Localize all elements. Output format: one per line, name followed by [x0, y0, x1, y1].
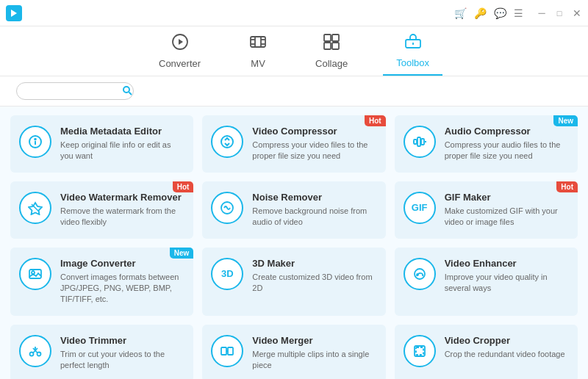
cart-icon[interactable]: 🛒 [454, 7, 467, 19]
media-metadata-editor-text: Media Metadata EditorKeep original file … [60, 126, 184, 162]
video-merger-desc: Merge multiple clips into a single piece [252, 349, 376, 372]
converter-label: Converter [159, 58, 201, 69]
video-compressor-text: Video CompressorCompress your video file… [252, 126, 376, 162]
converter-icon [171, 33, 189, 55]
noise-remover-desc: Remove background noise from audio of vi… [252, 206, 376, 228]
gif-maker-desc: Make customized GIF with your video or i… [445, 206, 569, 228]
maximize-button[interactable]: □ [554, 8, 564, 18]
tool-card-video-compressor[interactable]: HotVideo CompressorCompress your video f… [202, 115, 385, 173]
video-trimmer-desc: Trim or cut your videos to the perfect l… [60, 349, 184, 372]
media-metadata-editor-icon [19, 126, 51, 158]
video-cropper-desc: Crop the redundant video footage [445, 349, 569, 360]
close-button[interactable]: ✕ [572, 8, 582, 18]
tool-card-media-metadata-editor[interactable]: Media Metadata EditorKeep original file … [10, 115, 193, 173]
svg-point-20 [35, 139, 36, 140]
video-enhancer-text: Video EnhancerImprove your video quality… [445, 258, 569, 295]
video-enhancer-icon [404, 258, 436, 290]
gif-maker-name: GIF Maker [445, 192, 569, 203]
titlebar: 🛒 🔑 💬 ☰ ─ □ ✕ [0, 0, 588, 26]
video-trimmer-text: Video TrimmerTrim or cut your videos to … [60, 335, 184, 372]
mv-label: MV [251, 58, 265, 69]
toolbox-icon [404, 32, 422, 54]
video-merger-text: Video MergerMerge multiple clips into a … [252, 335, 376, 372]
image-converter-text: Image ConverterConvert images formats be… [60, 258, 184, 306]
3d-maker-icon: 3D [211, 258, 243, 290]
video-watermark-remover-desc: Remove the watermark from the video flex… [60, 206, 184, 228]
video-trimmer-icon [19, 335, 51, 367]
video-trimmer-name: Video Trimmer [60, 335, 184, 346]
video-enhancer-name: Video Enhancer [445, 258, 569, 269]
gif-maker-text: GIF MakerMake customized GIF with your v… [445, 192, 569, 228]
svg-point-16 [123, 87, 129, 93]
tool-card-noise-remover[interactable]: Noise RemoverRemove background noise fro… [202, 181, 385, 239]
tool-card-video-enhancer[interactable]: Video EnhancerImprove your video quality… [395, 248, 578, 316]
search-icon[interactable] [122, 85, 132, 98]
noise-remover-icon [211, 192, 243, 224]
search-input[interactable] [16, 82, 134, 100]
content-area: Media Metadata EditorKeep original file … [0, 107, 588, 379]
tool-card-gif-maker[interactable]: HotGIFGIF MakerMake customized GIF with … [395, 181, 578, 239]
search-bar [0, 76, 588, 107]
tab-toolbox[interactable]: Toolbox [383, 26, 442, 76]
svg-marker-0 [11, 10, 17, 17]
nav-tabs: Converter MV Collage [0, 26, 588, 76]
tool-card-video-watermark-remover[interactable]: HotVideo Watermark RemoverRemove the wat… [10, 181, 193, 239]
titlebar-left [6, 5, 26, 21]
video-watermark-remover-icon [19, 192, 51, 224]
mv-icon [249, 33, 267, 55]
video-cropper-name: Video Cropper [445, 335, 569, 346]
svg-rect-42 [416, 347, 423, 355]
image-converter-icon [19, 258, 51, 290]
badge-video-compressor: Hot [365, 115, 386, 126]
titlebar-right: 🛒 🔑 💬 ☰ ─ □ ✕ [454, 7, 582, 19]
tools-grid: Media Metadata EditorKeep original file … [0, 107, 588, 379]
video-watermark-remover-text: Video Watermark RemoverRemove the waterm… [60, 192, 184, 228]
audio-compressor-desc: Compress your audio files to the proper … [445, 140, 569, 162]
tool-card-video-merger[interactable]: Video MergerMerge multiple clips into a … [202, 325, 385, 379]
svg-point-31 [415, 269, 425, 279]
media-metadata-editor-desc: Keep original file info or edit as you w… [60, 140, 184, 162]
image-converter-name: Image Converter [60, 258, 184, 269]
tool-card-video-cropper[interactable]: Video CropperCrop the redundant video fo… [395, 325, 578, 379]
menu-icon[interactable]: ☰ [514, 7, 523, 19]
tool-card-video-trimmer[interactable]: Video TrimmerTrim or cut your videos to … [10, 325, 193, 379]
tool-card-image-converter[interactable]: NewImage ConverterConvert images formats… [10, 248, 193, 316]
video-cropper-text: Video CropperCrop the redundant video fo… [445, 335, 569, 360]
video-compressor-desc: Compress your video files to the proper … [252, 140, 376, 162]
tool-card-3d-maker[interactable]: 3D3D MakerCreate customized 3D video fro… [202, 248, 385, 316]
key-icon[interactable]: 🔑 [474, 7, 487, 19]
media-metadata-editor-name: Media Metadata Editor [60, 126, 184, 137]
svg-rect-11 [332, 35, 339, 41]
badge-gif-maker: Hot [556, 181, 578, 192]
tool-card-audio-compressor[interactable]: NewAudio CompressorCompress your audio f… [395, 115, 578, 173]
svg-rect-10 [324, 35, 331, 41]
badge-image-converter: New [170, 248, 194, 259]
video-compressor-name: Video Compressor [252, 126, 376, 137]
tab-mv[interactable]: MV [236, 27, 280, 75]
svg-rect-13 [332, 43, 339, 49]
svg-point-32 [417, 274, 418, 275]
svg-line-27 [32, 204, 39, 212]
video-merger-icon [211, 335, 243, 367]
video-enhancer-desc: Improve your video quality in several wa… [445, 272, 569, 295]
3d-maker-desc: Create customized 3D video from 2D [252, 272, 376, 295]
svg-rect-23 [417, 137, 420, 146]
app-logo [6, 5, 22, 21]
chat-icon[interactable]: 💬 [494, 7, 506, 19]
svg-rect-39 [228, 347, 233, 355]
minimize-button[interactable]: ─ [537, 8, 547, 18]
svg-marker-2 [179, 39, 183, 45]
toolbox-label: Toolbox [396, 57, 429, 68]
tab-converter[interactable]: Converter [146, 27, 214, 75]
svg-line-17 [129, 92, 132, 95]
badge-audio-compressor: New [553, 115, 578, 126]
3d-maker-text: 3D MakerCreate customized 3D video from … [252, 258, 376, 295]
badge-video-watermark-remover: Hot [173, 181, 194, 192]
svg-rect-38 [221, 347, 226, 355]
tab-collage[interactable]: Collage [302, 27, 361, 75]
audio-compressor-text: Audio CompressorCompress your audio file… [445, 126, 569, 162]
svg-rect-12 [324, 43, 331, 49]
video-watermark-remover-name: Video Watermark Remover [60, 192, 184, 203]
video-compressor-icon [211, 126, 243, 158]
collage-label: Collage [315, 58, 348, 69]
